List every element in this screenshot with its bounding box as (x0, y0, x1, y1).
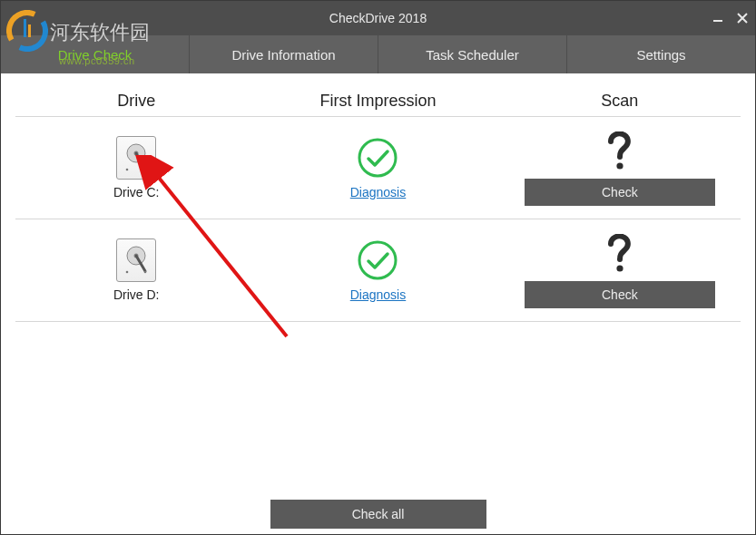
question-mark-icon (600, 130, 640, 173)
footer: Check all (1, 494, 755, 534)
tab-task-scheduler[interactable]: Task Scheduler (378, 35, 567, 73)
col-scan: Scan (499, 92, 741, 111)
svg-point-9 (359, 140, 396, 176)
tab-drive-check[interactable]: Drive Check (1, 35, 190, 73)
title-bar: 河东软件园 www.pc0359.cn CheckDrive 2018 (1, 1, 755, 35)
column-headers: Drive First Impression Scan (15, 92, 741, 111)
tab-settings[interactable]: Settings (567, 35, 755, 73)
svg-rect-2 (24, 19, 26, 37)
svg-point-7 (126, 169, 129, 171)
svg-point-16 (616, 265, 623, 271)
checkmark-icon (356, 136, 399, 180)
close-button[interactable] (737, 13, 748, 24)
check-all-button[interactable]: Check all (270, 500, 486, 529)
svg-rect-4 (713, 20, 722, 22)
svg-point-10 (616, 162, 623, 169)
drive-row: Drive D: Diagnosis Check (15, 219, 741, 322)
diagnosis-link[interactable]: Diagnosis (350, 185, 406, 199)
question-mark-icon (600, 232, 640, 276)
check-button[interactable]: Check (525, 281, 715, 308)
col-drive: Drive (15, 92, 257, 111)
svg-point-14 (144, 271, 147, 274)
hard-drive-icon[interactable] (116, 238, 156, 282)
check-button[interactable]: Check (525, 179, 715, 206)
drive-row: Drive C: Diagnosis Check (15, 117, 741, 219)
col-impression: First Impression (257, 92, 498, 111)
svg-point-13 (126, 271, 129, 274)
tab-drive-information[interactable]: Drive Information (190, 35, 378, 73)
drive-label: Drive C: (113, 185, 160, 199)
svg-rect-3 (28, 24, 31, 37)
svg-point-15 (359, 242, 396, 278)
checkmark-icon (356, 238, 399, 282)
hard-drive-icon[interactable] (116, 136, 156, 180)
window-title: CheckDrive 2018 (329, 11, 427, 25)
tabs-bar: Drive Check Drive Information Task Sched… (1, 35, 755, 73)
svg-point-8 (144, 169, 147, 171)
drive-label: Drive D: (113, 287, 160, 302)
minimize-button[interactable] (713, 13, 724, 24)
diagnosis-link[interactable]: Diagnosis (350, 287, 406, 302)
